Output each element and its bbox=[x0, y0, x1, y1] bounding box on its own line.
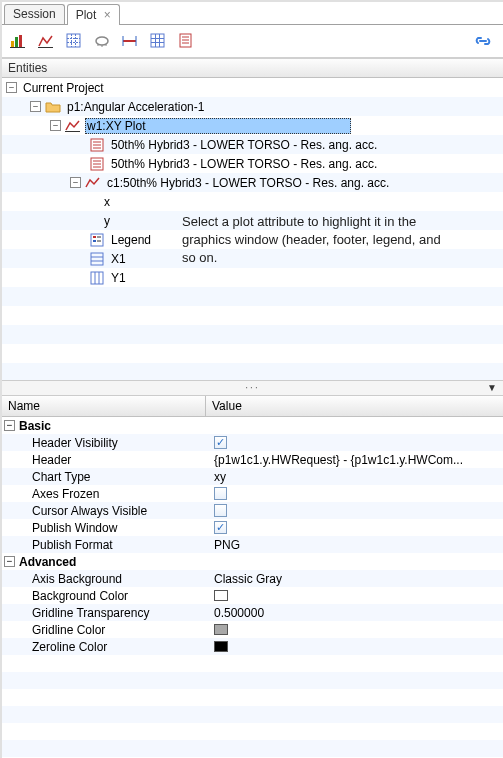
linechart-icon bbox=[38, 33, 54, 49]
prop-value: PNG bbox=[214, 538, 240, 552]
expand-icon[interactable]: − bbox=[70, 177, 81, 188]
tab-session[interactable]: Session bbox=[4, 4, 65, 24]
tree-item-c1[interactable]: − c1:50th% Hybrid3 - LOWER TORSO - Res. … bbox=[2, 173, 503, 192]
page-icon-button[interactable] bbox=[174, 29, 198, 53]
prop-label: Publish Window bbox=[32, 521, 117, 535]
svg-rect-2 bbox=[19, 35, 22, 47]
tree-item-w1[interactable]: − w1:XY Plot bbox=[2, 116, 503, 135]
prop-gridline-transparency[interactable]: Gridline Transparency 0.500000 bbox=[2, 604, 503, 621]
svg-rect-35 bbox=[91, 234, 103, 246]
axis-icon bbox=[122, 33, 138, 49]
color-swatch[interactable] bbox=[214, 624, 228, 635]
barchart-icon-button[interactable] bbox=[6, 29, 30, 53]
prop-publish-window[interactable]: Publish Window ✓ bbox=[2, 519, 503, 536]
prop-axes-frozen[interactable]: Axes Frozen bbox=[2, 485, 503, 502]
chevron-down-icon[interactable]: ▼ bbox=[487, 382, 497, 393]
tree-item-curve[interactable]: 50th% Hybrid3 - LOWER TORSO - Res. ang. … bbox=[2, 135, 503, 154]
tree-item-project[interactable]: − p1:Angular Acceleration-1 bbox=[2, 97, 503, 116]
expand-icon[interactable]: − bbox=[6, 82, 17, 93]
prop-label: Axis Background bbox=[32, 572, 122, 586]
prop-value: 0.500000 bbox=[214, 606, 264, 620]
prop-value: {p1w1c1.y.HWRequest} - {p1w1c1.y.HWCom..… bbox=[214, 453, 463, 467]
tab-plot-label: Plot bbox=[76, 8, 97, 22]
prop-header: Name Value bbox=[2, 396, 503, 417]
checkbox[interactable] bbox=[214, 504, 227, 517]
prop-label: Zeroline Color bbox=[32, 640, 107, 654]
close-icon[interactable]: × bbox=[104, 8, 111, 22]
prop-label: Header Visibility bbox=[32, 436, 118, 450]
prop-axis-background[interactable]: Axis Background Classic Gray bbox=[2, 570, 503, 587]
col-name[interactable]: Name bbox=[2, 396, 206, 416]
collapse-icon[interactable]: − bbox=[4, 420, 15, 431]
prop-value: xy bbox=[214, 470, 226, 484]
prop-zeroline-color[interactable]: Zeroline Color bbox=[2, 638, 503, 655]
prop-chart-type[interactable]: Chart Type xy bbox=[2, 468, 503, 485]
prop-body: − Basic Header Visibility ✓ Header {p1w1… bbox=[2, 417, 503, 757]
ellipse-icon-button[interactable] bbox=[90, 29, 114, 53]
prop-background-color[interactable]: Background Color bbox=[2, 587, 503, 604]
svg-rect-5 bbox=[67, 34, 80, 47]
legend-icon bbox=[89, 233, 105, 247]
tree-item-root[interactable]: − Current Project bbox=[2, 78, 503, 97]
tree-label: w1:XY Plot bbox=[85, 118, 351, 134]
svg-rect-0 bbox=[11, 41, 14, 47]
link-icon-button[interactable] bbox=[471, 29, 495, 53]
prop-cursor-always-visible[interactable]: Cursor Always Visible bbox=[2, 502, 503, 519]
tree-label: Y1 bbox=[109, 271, 128, 285]
tree-pane: − Current Project − p1:Angular Accelerat… bbox=[2, 78, 503, 380]
prop-group-advanced[interactable]: − Advanced bbox=[2, 553, 503, 570]
checkbox[interactable] bbox=[214, 487, 227, 500]
tree-item-x[interactable]: x bbox=[2, 192, 503, 211]
tab-plot[interactable]: Plot × bbox=[67, 4, 120, 25]
color-swatch[interactable] bbox=[214, 590, 228, 601]
prop-group-basic[interactable]: − Basic bbox=[2, 417, 503, 434]
prop-label: Gridline Color bbox=[32, 623, 105, 637]
collapse-icon[interactable]: − bbox=[4, 556, 15, 567]
svg-rect-40 bbox=[91, 253, 103, 265]
datasheet-icon bbox=[89, 138, 105, 152]
datasheet-icon bbox=[89, 157, 105, 171]
prop-label: Cursor Always Visible bbox=[32, 504, 147, 518]
entities-header: Entities bbox=[2, 58, 503, 78]
grip-icon: ··· bbox=[245, 382, 259, 393]
ellipse-icon bbox=[94, 33, 110, 49]
axis-icon-button[interactable] bbox=[118, 29, 142, 53]
grid-dash-icon bbox=[66, 33, 82, 49]
prop-label: Axes Frozen bbox=[32, 487, 99, 501]
prop-publish-format[interactable]: Publish Format PNG bbox=[2, 536, 503, 553]
linechart-icon-button[interactable] bbox=[34, 29, 58, 53]
tab-session-label: Session bbox=[13, 7, 56, 21]
tree-label: 50th% Hybrid3 - LOWER TORSO - Res. ang. … bbox=[109, 157, 379, 171]
svg-rect-36 bbox=[93, 236, 96, 238]
splitter[interactable]: ··· ▼ bbox=[2, 380, 503, 396]
expand-icon[interactable]: − bbox=[30, 101, 41, 112]
folder-icon bbox=[45, 100, 61, 114]
barchart-icon bbox=[10, 33, 26, 49]
grid-icon-button[interactable] bbox=[146, 29, 170, 53]
tree-label: 50th% Hybrid3 - LOWER TORSO - Res. ang. … bbox=[109, 138, 379, 152]
col-value[interactable]: Value bbox=[206, 396, 503, 416]
axis-icon bbox=[89, 271, 105, 285]
checkbox[interactable]: ✓ bbox=[214, 436, 227, 449]
tree-label: y bbox=[102, 214, 112, 228]
tree-item-axis-y[interactable]: Y1 bbox=[2, 268, 503, 287]
expand-icon[interactable]: − bbox=[50, 120, 61, 131]
grid-dash-icon-button[interactable] bbox=[62, 29, 86, 53]
prop-header[interactable]: Header {p1w1c1.y.HWRequest} - {p1w1c1.y.… bbox=[2, 451, 503, 468]
checkbox[interactable]: ✓ bbox=[214, 521, 227, 534]
linechart-icon bbox=[85, 176, 101, 190]
hint-text: Select a plot attribute to highlight it … bbox=[182, 213, 452, 267]
color-swatch[interactable] bbox=[214, 641, 228, 652]
prop-gridline-color[interactable]: Gridline Color bbox=[2, 621, 503, 638]
prop-label: Header bbox=[32, 453, 71, 467]
tree-item-curve[interactable]: 50th% Hybrid3 - LOWER TORSO - Res. ang. … bbox=[2, 154, 503, 173]
toolbar bbox=[2, 25, 503, 58]
tree-label: X1 bbox=[109, 252, 128, 266]
tree-label: x bbox=[102, 195, 112, 209]
svg-rect-37 bbox=[93, 240, 96, 242]
group-label: Basic bbox=[19, 419, 51, 433]
prop-header-visibility[interactable]: Header Visibility ✓ bbox=[2, 434, 503, 451]
svg-rect-17 bbox=[151, 34, 164, 47]
tree-label: Legend bbox=[109, 233, 153, 247]
prop-value: Classic Gray bbox=[214, 572, 282, 586]
